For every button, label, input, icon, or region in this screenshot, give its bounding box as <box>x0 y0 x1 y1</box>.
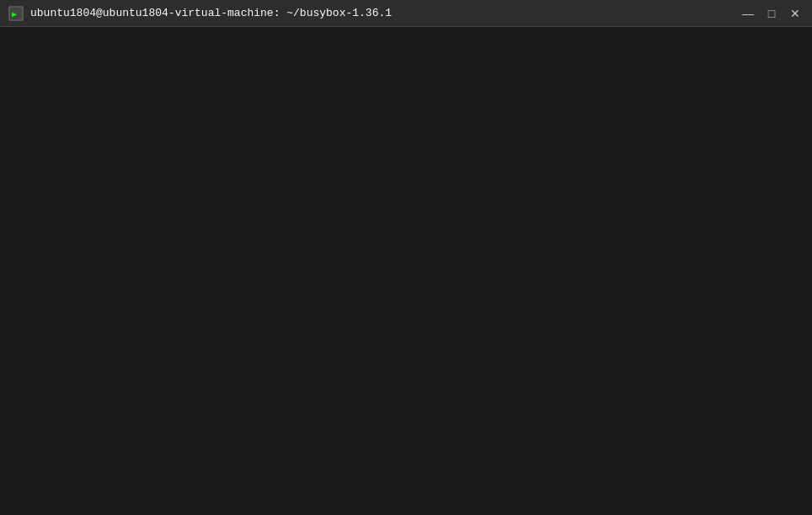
window: ▶ ubuntu1804@ubuntu1804-virtual-machine:… <box>0 0 812 27</box>
close-button[interactable]: ✕ <box>787 5 804 22</box>
minimize-button[interactable]: — <box>740 5 756 22</box>
title-bar: ▶ ubuntu1804@ubuntu1804-virtual-machine:… <box>0 0 812 27</box>
window-controls: — □ ✕ <box>740 5 804 22</box>
svg-text:▶: ▶ <box>12 9 17 19</box>
window-title: ubuntu1804@ubuntu1804-virtual-machine: ~… <box>30 7 740 19</box>
terminal-icon: ▶ <box>8 6 24 21</box>
maximize-button[interactable]: □ <box>763 5 780 22</box>
